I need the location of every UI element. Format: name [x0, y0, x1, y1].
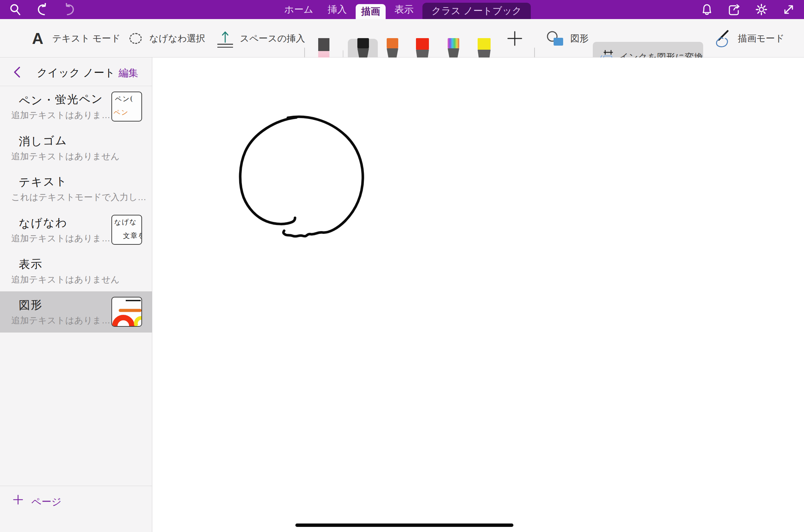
lasso-icon — [129, 33, 142, 44]
plus-icon — [13, 495, 23, 505]
draw-mode-label: 描画モード — [738, 32, 784, 45]
page-subtitle: 追加テキストはありま… — [11, 232, 110, 244]
settings-gear-icon[interactable] — [755, 3, 768, 16]
drawing-canvas[interactable] — [153, 58, 804, 532]
page-subtitle: 追加テキストはありません — [11, 150, 120, 162]
text-mode-icon: A — [32, 31, 43, 46]
top-app-bar: ホーム 挿入 描画 表示 クラス ノートブック — [0, 0, 804, 19]
tab-insert[interactable]: 挿入 — [324, 0, 350, 19]
page-title: 消しゴム — [18, 133, 67, 149]
page-list-item[interactable]: テキスト これはテキストモードで入力し… — [0, 168, 152, 209]
page-subtitle: 追加テキストはありま… — [11, 109, 110, 121]
page-thumbnail: なげな 文章を — [111, 215, 142, 245]
page-list-item[interactable]: なげなわ 追加テキストはありま… なげな 文章を — [0, 209, 152, 251]
tab-view[interactable]: 表示 — [391, 0, 417, 19]
separator — [0, 486, 152, 486]
thumbnail-shapes-drawing — [112, 297, 141, 326]
home-indicator-bar[interactable] — [295, 523, 513, 527]
insert-space-button[interactable]: スペースの挿入 — [217, 19, 305, 58]
lasso-label: なげなわ選択 — [149, 32, 205, 45]
page-title: テキスト — [18, 174, 67, 190]
page-subtitle: 追加テキストはありません — [11, 274, 120, 286]
shapes-label: 図形 — [570, 32, 589, 45]
shapes-button[interactable]: 図形 — [546, 19, 589, 58]
page-list-item-selected[interactable]: 図形 追加テキストはありま… — [0, 291, 152, 333]
edit-button[interactable]: 編集 — [119, 66, 138, 80]
plus-icon — [507, 31, 523, 46]
thumbnail-ink-text: 文章を — [123, 231, 142, 241]
insert-space-icon — [217, 29, 234, 48]
page-thumbnail — [111, 297, 142, 327]
tab-draw-selected[interactable]: 描画 — [356, 4, 386, 19]
page-title: 図形 — [18, 297, 43, 313]
redo-icon[interactable] — [63, 3, 76, 16]
page-title: なげなわ — [18, 215, 67, 231]
draw-mode-hand-pen-icon — [713, 29, 732, 48]
share-icon[interactable] — [728, 3, 741, 16]
tab-home[interactable]: ホーム — [282, 0, 316, 19]
sidebar-header: クイック ノート 編集 — [0, 58, 152, 86]
page-list-item[interactable]: ペン・蛍光ペン 追加テキストはありま… ペン( ペン — [0, 86, 152, 127]
add-pen-button[interactable] — [507, 19, 523, 58]
draw-ribbon-toolbar: A テキスト モード なげなわ選択 スペースの挿入 — [0, 19, 804, 58]
thumbnail-ink-text: なげな — [114, 217, 137, 227]
page-list-item[interactable]: 消しゴム 追加テキストはありません — [0, 127, 152, 168]
page-subtitle: 追加テキストはありま… — [11, 315, 110, 326]
page-subtitle: これはテキストモードで入力し… — [11, 191, 146, 203]
thumbnail-ink-text: ペン — [113, 108, 129, 117]
tab-class-notebook[interactable]: クラス ノートブック — [422, 3, 531, 19]
lasso-select-button[interactable]: なげなわ選択 — [129, 19, 205, 58]
insert-space-label: スペースの挿入 — [240, 32, 305, 45]
page-list-item[interactable]: 表示 追加テキストはありません — [0, 251, 152, 292]
draw-mode-button[interactable]: 描画モード — [713, 19, 784, 58]
text-mode-label: テキスト モード — [52, 32, 120, 45]
undo-icon[interactable] — [35, 3, 48, 16]
add-page-button[interactable]: ページ — [0, 490, 152, 512]
text-mode-button[interactable]: A テキスト モード — [32, 19, 121, 58]
shapes-icon — [546, 30, 564, 47]
page-title: ペン・蛍光ペン — [18, 91, 103, 109]
onenote-app-window: ホーム 挿入 描画 表示 クラス ノートブック A テキスト モード — [0, 0, 804, 532]
search-icon[interactable] — [9, 3, 22, 16]
fullscreen-expand-icon[interactable] — [782, 3, 795, 16]
page-thumbnail: ペン( ペン — [111, 92, 142, 122]
page-list-sidebar: クイック ノート 編集 ペン・蛍光ペン 追加テキストはありま… ペン( ペン 消… — [0, 58, 152, 532]
page-title: 表示 — [18, 256, 43, 272]
notifications-bell-icon[interactable] — [700, 3, 713, 16]
thumbnail-ink-text: ペン( — [115, 94, 134, 103]
add-page-label: ページ — [31, 495, 61, 509]
